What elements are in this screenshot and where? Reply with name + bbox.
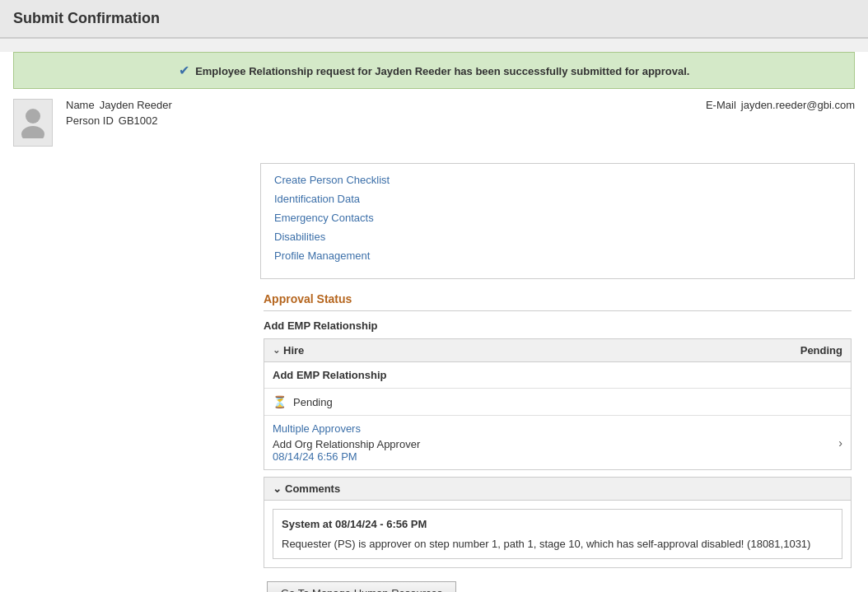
chevron-down-icon: ⌄ [273,345,280,356]
name-value: Jayden Reeder [100,99,172,111]
hire-label: Hire [283,344,304,357]
left-panel [13,163,260,592]
approver-name: Add Org Relationship Approver [273,438,420,450]
approval-title: Approval Status [264,292,852,311]
link-disabilities[interactable]: Disabilities [274,231,841,243]
go-to-manage-hr-button[interactable]: Go To Manage Human Resources [267,581,456,592]
main-layout: Create Person Checklist Identification D… [0,156,868,592]
email-label: E-Mail [706,99,736,111]
success-message: Employee Relationship request for Jayden… [195,65,689,77]
person-id-row: Person ID GB1002 [66,114,706,127]
svg-point-1 [21,126,44,138]
comments-body: System at 08/14/24 - 6:56 PM Requester (… [264,501,851,567]
comment-body: Requester (PS) is approver on step numbe… [282,536,833,552]
approver-row: Multiple Approvers Add Org Relationship … [264,416,851,469]
email-value: jayden.reeder@gbi.com [741,99,855,111]
arrow-right-icon: › [838,436,842,450]
hire-status: Pending [800,344,842,357]
svg-point-0 [26,109,40,124]
success-banner: ✔ Employee Relationship request for Jayd… [13,52,855,89]
email-section: E-Mail jayden.reeder@gbi.com [706,99,855,111]
comments-chevron-icon: ⌄ [273,482,282,495]
avatar [13,99,53,147]
comment-box: System at 08/14/24 - 6:56 PM Requester (… [273,509,842,559]
page-header: Submit Confirmation [0,0,868,39]
name-row: Name Jayden Reeder [66,99,706,111]
page-content: ✔ Employee Relationship request for Jayd… [0,52,868,592]
inner-box-title: Add EMP Relationship [264,362,851,389]
multiple-approvers-link[interactable]: Multiple Approvers [273,422,420,435]
right-panel: Create Person Checklist Identification D… [260,163,855,592]
person-id-label: Person ID [66,114,114,127]
person-fields: Name Jayden Reeder Person ID GB1002 [66,99,706,127]
person-id-value: GB1002 [119,114,158,127]
inner-approval-box: Add EMP Relationship ⏳ Pending Multiple … [264,362,852,470]
add-emp-label: Add EMP Relationship [264,319,852,332]
name-label: Name [66,99,95,111]
go-button-container: Go To Manage Human Resources [264,568,852,592]
pending-text: Pending [293,396,333,408]
checkmark-icon: ✔ [179,63,189,77]
approver-info: Multiple Approvers Add Org Relationship … [273,422,420,463]
approver-date: 08/14/24 6:56 PM [273,450,420,463]
link-profile-management[interactable]: Profile Management [274,249,841,262]
hire-label-group: ⌄ Hire [273,344,304,357]
hourglass-icon: ⏳ [273,395,287,408]
page-title: Submit Confirmation [13,10,855,27]
link-create-person-checklist[interactable]: Create Person Checklist [274,174,841,186]
link-identification-data[interactable]: Identification Data [274,193,841,205]
links-box: Create Person Checklist Identification D… [260,163,855,279]
pending-row: ⏳ Pending [264,389,851,416]
approval-section: Approval Status Add EMP Relationship ⌄ H… [260,292,855,592]
comment-title: System at 08/14/24 - 6:56 PM [282,516,833,533]
comments-label: Comments [285,482,340,495]
link-emergency-contacts[interactable]: Emergency Contacts [274,212,841,224]
hire-row: ⌄ Hire Pending [264,338,852,362]
approver-row-inner: Multiple Approvers Add Org Relationship … [273,422,842,463]
comments-section: ⌄ Comments System at 08/14/24 - 6:56 PM … [264,477,852,568]
comments-header: ⌄ Comments [264,478,851,501]
person-info: Name Jayden Reeder Person ID GB1002 E-Ma… [0,89,868,156]
